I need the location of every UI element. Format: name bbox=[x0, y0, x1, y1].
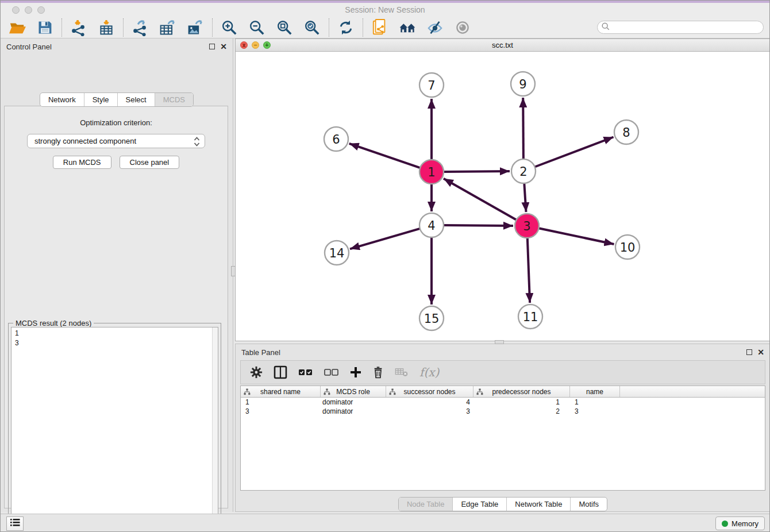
close-icon[interactable]: ✕ bbox=[757, 348, 764, 356]
delete-column-icon[interactable] bbox=[372, 366, 384, 379]
deselect-all-icon[interactable] bbox=[324, 368, 339, 376]
table-cell[interactable]: 3 bbox=[386, 407, 473, 415]
hide-selected-icon[interactable] bbox=[426, 19, 444, 36]
tab-mcds[interactable]: MCDS bbox=[155, 93, 193, 106]
import-network-icon[interactable] bbox=[70, 19, 87, 36]
control-panel-tabs: NetworkStyleSelectMCDS bbox=[40, 92, 194, 107]
column-header-mcds-role[interactable]: MCDS role bbox=[321, 386, 386, 397]
import-table-icon[interactable] bbox=[98, 19, 115, 36]
graph-node-label-7: 7 bbox=[428, 79, 435, 92]
table-cell[interactable]: 1 bbox=[570, 398, 620, 406]
graph-edge-4-14[interactable] bbox=[350, 229, 420, 249]
tab-node-table[interactable]: Node Table bbox=[399, 498, 453, 511]
mcds-tab-content: Optimization criterion: strongly connect… bbox=[4, 106, 228, 508]
graph-edge-1-2[interactable] bbox=[444, 171, 510, 172]
network-window-title: scc.txt bbox=[236, 41, 769, 49]
tab-network[interactable]: Network bbox=[40, 93, 84, 106]
column-layout-icon[interactable] bbox=[274, 365, 287, 379]
app-title: Session: New Session bbox=[1, 5, 769, 14]
graph-edge-1-6[interactable] bbox=[349, 144, 420, 168]
export-image-icon[interactable] bbox=[187, 19, 204, 36]
graph-edge-2-9[interactable] bbox=[523, 98, 523, 159]
table-panel-tabs: Node TableEdge TableNetwork TableMotifs bbox=[398, 497, 607, 511]
table-row[interactable]: 3dominator323 bbox=[241, 407, 765, 416]
tab-edge-table[interactable]: Edge Table bbox=[452, 498, 506, 511]
dropdown-value: strongly connected component bbox=[34, 137, 136, 145]
app-titlebar[interactable]: Session: New Session bbox=[1, 3, 769, 17]
hierarchy-icon bbox=[389, 388, 396, 397]
add-column-icon[interactable] bbox=[350, 367, 361, 378]
mcds-result-list[interactable]: 13 bbox=[11, 327, 218, 532]
close-panel-button[interactable]: Close panel bbox=[120, 156, 180, 169]
tab-motifs[interactable]: Motifs bbox=[570, 498, 607, 511]
column-header-name[interactable]: name bbox=[570, 386, 620, 397]
graph-edge-3-11[interactable] bbox=[528, 238, 530, 303]
mcds-result-item[interactable]: 3 bbox=[15, 338, 218, 348]
graph-edge-3-10[interactable] bbox=[539, 228, 614, 244]
table-panel: Table Panel ✕ bbox=[235, 344, 770, 512]
search-icon bbox=[601, 22, 610, 33]
zoom-out-icon[interactable] bbox=[248, 19, 265, 36]
table-cell[interactable]: 1 bbox=[473, 398, 570, 406]
optimization-criterion-label: Optimization criterion: bbox=[5, 118, 228, 127]
table-cell[interactable]: 3 bbox=[570, 407, 620, 415]
table-cell[interactable]: dominator bbox=[321, 398, 386, 406]
table-toolbar: f(x) bbox=[240, 360, 765, 384]
graph-node-label-14: 14 bbox=[329, 246, 345, 260]
table-cell[interactable]: 1 bbox=[241, 398, 321, 406]
mcds-result-item[interactable]: 1 bbox=[15, 329, 218, 338]
graph-edge-4-3[interactable] bbox=[444, 225, 513, 226]
table-cell[interactable]: 2 bbox=[473, 407, 570, 415]
control-panel-title: Control Panel bbox=[1, 43, 52, 51]
export-table-icon[interactable] bbox=[159, 19, 176, 36]
gear-icon[interactable] bbox=[250, 366, 263, 379]
hierarchy-icon bbox=[476, 388, 483, 397]
node-table-header: shared name MCDS role successor nodes pr… bbox=[241, 386, 765, 398]
graph-node-label-11: 11 bbox=[523, 310, 538, 324]
tab-network-table[interactable]: Network Table bbox=[506, 498, 570, 511]
first-neighbors-icon[interactable] bbox=[399, 19, 416, 36]
table-row[interactable]: 1dominator411 bbox=[241, 398, 765, 407]
optimization-criterion-select[interactable]: strongly connected component bbox=[27, 134, 205, 148]
application-window: Session: New Session bbox=[0, 0, 770, 532]
task-history-button[interactable] bbox=[6, 516, 24, 531]
table-cell[interactable]: dominator bbox=[321, 407, 386, 415]
zoom-fit-icon[interactable] bbox=[276, 19, 293, 36]
float-window-icon[interactable] bbox=[746, 349, 752, 355]
search-input[interactable] bbox=[597, 21, 764, 34]
delete-table-icon[interactable] bbox=[395, 368, 409, 377]
column-header-successor-nodes[interactable]: successor nodes bbox=[386, 386, 473, 397]
close-icon[interactable]: ✕ bbox=[220, 43, 227, 51]
horizontal-divider-handle[interactable] bbox=[495, 340, 504, 344]
control-panel: Control Panel ✕ NetworkStyleSelectMCDS O… bbox=[1, 38, 233, 512]
graph-node-label-6: 6 bbox=[332, 133, 340, 147]
scrollbar[interactable] bbox=[212, 327, 218, 532]
select-all-icon[interactable] bbox=[298, 368, 313, 376]
panel-divider-handle[interactable] bbox=[231, 266, 236, 276]
open-folder-icon[interactable] bbox=[9, 19, 26, 36]
network-graph[interactable]: 7968124314101511 bbox=[236, 52, 769, 341]
table-cell[interactable]: 3 bbox=[241, 407, 321, 415]
main-toolbar bbox=[1, 17, 769, 38]
zoom-in-icon[interactable] bbox=[221, 19, 238, 36]
graph-edge-2-3[interactable] bbox=[524, 183, 526, 212]
save-icon[interactable] bbox=[36, 19, 53, 36]
zoom-selected-icon[interactable] bbox=[303, 19, 321, 36]
graph-edge-3-1[interactable] bbox=[444, 179, 517, 220]
float-window-icon[interactable] bbox=[209, 44, 215, 49]
table-cell[interactable]: 4 bbox=[386, 398, 473, 406]
function-builder-icon[interactable]: f(x) bbox=[419, 365, 439, 379]
tab-select[interactable]: Select bbox=[117, 93, 155, 106]
column-header-predecessor-nodes[interactable]: predecessor nodes bbox=[473, 386, 570, 397]
column-header-shared-name[interactable]: shared name bbox=[241, 386, 321, 397]
graph-node-label-8: 8 bbox=[622, 126, 630, 140]
run-mcds-button[interactable]: Run MCDS bbox=[53, 156, 111, 169]
tab-style[interactable]: Style bbox=[84, 93, 117, 106]
memory-button[interactable]: Memory bbox=[715, 516, 765, 530]
show-all-icon[interactable] bbox=[454, 19, 471, 36]
network-window-titlebar[interactable]: x – + scc.txt bbox=[236, 39, 769, 52]
network-from-selection-icon[interactable] bbox=[371, 19, 388, 36]
graph-edge-2-8[interactable] bbox=[535, 137, 614, 167]
refresh-layout-icon[interactable] bbox=[337, 19, 355, 36]
export-network-icon[interactable] bbox=[132, 19, 149, 36]
